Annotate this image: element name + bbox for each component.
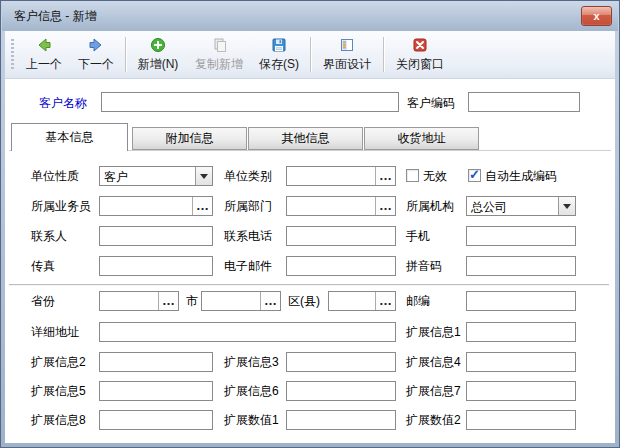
unit-nature-label: 单位性质 xyxy=(31,169,79,183)
email-label: 电子邮件 xyxy=(224,259,272,273)
ext2-label: 扩展信息2 xyxy=(31,355,86,369)
organization-value: 总公司 xyxy=(467,197,558,215)
close-icon: x xyxy=(593,10,599,22)
ext1-label: 扩展信息1 xyxy=(406,325,461,339)
titlebar: 客户信息 - 新增 xyxy=(2,1,618,31)
ext3-label: 扩展信息3 xyxy=(224,355,279,369)
new-button[interactable]: 新增(N) xyxy=(129,31,187,78)
zipcode-input[interactable] xyxy=(466,291,576,311)
province-label: 省份 xyxy=(31,294,55,308)
toolbar-grip[interactable] xyxy=(11,39,14,70)
close-button[interactable]: x xyxy=(581,6,612,26)
section-separator xyxy=(9,284,609,285)
department-label: 所属部门 xyxy=(224,199,272,213)
unit-category-lookup-button[interactable]: … xyxy=(375,167,395,185)
address-label: 详细地址 xyxy=(31,325,79,339)
city-field: … xyxy=(201,291,281,311)
customer-name-input[interactable] xyxy=(101,92,399,112)
district-field: … xyxy=(328,291,396,311)
department-input[interactable] xyxy=(287,197,375,215)
arrow-right-icon xyxy=(88,37,104,53)
window-title: 客户信息 - 新增 xyxy=(14,8,97,25)
ext2-input[interactable] xyxy=(99,352,213,372)
next-button[interactable]: 下一个 xyxy=(70,31,122,78)
plus-circle-icon xyxy=(150,37,166,53)
copy-new-button: 复制新增 xyxy=(187,31,251,78)
contact-label: 联系人 xyxy=(31,229,67,243)
contact-input[interactable] xyxy=(99,226,213,246)
tab-additional-info[interactable]: 附加信息 xyxy=(132,127,247,150)
customer-name-label: 客户名称 xyxy=(39,96,87,110)
ext6-input[interactable] xyxy=(286,381,396,401)
province-input[interactable] xyxy=(100,292,158,310)
layout-design-icon xyxy=(339,37,355,53)
mobile-input[interactable] xyxy=(466,226,576,246)
customer-code-input[interactable] xyxy=(468,92,580,112)
city-lookup-button[interactable]: … xyxy=(260,292,280,310)
salesman-field: … xyxy=(99,196,213,216)
unit-category-input[interactable] xyxy=(287,167,375,185)
new-label: 新增(N) xyxy=(138,56,179,73)
auto-code-checkbox-label[interactable]: 自动生成编码 xyxy=(485,169,557,183)
ellipsis-icon: … xyxy=(379,297,392,305)
unit-nature-combo[interactable]: 客户 xyxy=(99,166,213,186)
ext6-label: 扩展信息6 xyxy=(224,384,279,398)
district-label: 区(县) xyxy=(288,294,320,308)
fax-input[interactable] xyxy=(99,256,213,276)
ext4-input[interactable] xyxy=(466,352,576,372)
save-button[interactable]: 保存(S) xyxy=(251,31,307,78)
tab-other-info[interactable]: 其他信息 xyxy=(248,127,363,150)
extnum1-label: 扩展数值1 xyxy=(224,413,279,427)
ellipsis-icon: … xyxy=(264,297,277,305)
organization-combo[interactable]: 总公司 xyxy=(466,196,576,216)
unit-category-label: 单位类别 xyxy=(224,169,272,183)
ext3-input[interactable] xyxy=(286,352,396,372)
check-icon: ✓ xyxy=(469,167,480,182)
tab-shipping-address[interactable]: 收货地址 xyxy=(364,127,479,150)
unit-nature-dropdown-button[interactable] xyxy=(195,167,212,185)
ext7-input[interactable] xyxy=(466,381,576,401)
district-lookup-button[interactable]: … xyxy=(375,292,395,310)
ext8-label: 扩展信息8 xyxy=(31,413,86,427)
salesman-lookup-button[interactable]: … xyxy=(192,197,212,215)
auto-code-checkbox[interactable]: ✓ xyxy=(468,169,481,182)
customer-code-label: 客户编码 xyxy=(407,96,455,110)
phone-label: 联系电话 xyxy=(224,229,272,243)
phone-input[interactable] xyxy=(286,226,396,246)
email-input[interactable] xyxy=(286,256,396,276)
unit-nature-value: 客户 xyxy=(100,167,195,185)
organization-dropdown-button[interactable] xyxy=(558,197,575,215)
dropdown-arrow-icon xyxy=(563,204,571,209)
ellipsis-icon: … xyxy=(196,202,209,210)
department-lookup-button[interactable]: … xyxy=(375,197,395,215)
ext4-label: 扩展信息4 xyxy=(406,355,461,369)
zipcode-label: 邮编 xyxy=(406,294,430,308)
salesman-label: 所属业务员 xyxy=(31,199,91,213)
ellipsis-icon: … xyxy=(162,297,175,305)
close-window-button[interactable]: 关闭窗口 xyxy=(387,31,453,78)
ext1-input[interactable] xyxy=(466,322,576,342)
invalid-checkbox-label[interactable]: 无效 xyxy=(423,169,447,183)
next-label: 下一个 xyxy=(78,56,114,73)
province-lookup-button[interactable]: … xyxy=(158,292,178,310)
city-input[interactable] xyxy=(202,292,260,310)
tab-basic-info[interactable]: 基本信息 xyxy=(11,123,128,151)
extnum1-input[interactable] xyxy=(286,410,396,430)
ui-design-label: 界面设计 xyxy=(323,56,371,73)
ext5-input[interactable] xyxy=(99,381,213,401)
prev-button[interactable]: 上一个 xyxy=(18,31,70,78)
unit-category-field: … xyxy=(286,166,396,186)
city-label: 市 xyxy=(186,294,198,308)
district-input[interactable] xyxy=(329,292,375,310)
address-input[interactable] xyxy=(99,322,396,342)
ext5-label: 扩展信息5 xyxy=(31,384,86,398)
ui-design-button[interactable]: 界面设计 xyxy=(314,31,380,78)
ellipsis-icon: … xyxy=(379,202,392,210)
extnum2-input[interactable] xyxy=(466,410,576,430)
pinyin-input[interactable] xyxy=(466,256,576,276)
customer-info-dialog: 客户信息 - 新增 x 上一个 下一个 新增(N) xyxy=(0,0,620,448)
salesman-input[interactable] xyxy=(100,197,192,215)
ext8-input[interactable] xyxy=(99,410,213,430)
toolbar-separator xyxy=(125,37,126,72)
invalid-checkbox[interactable]: ✓ xyxy=(406,169,419,182)
